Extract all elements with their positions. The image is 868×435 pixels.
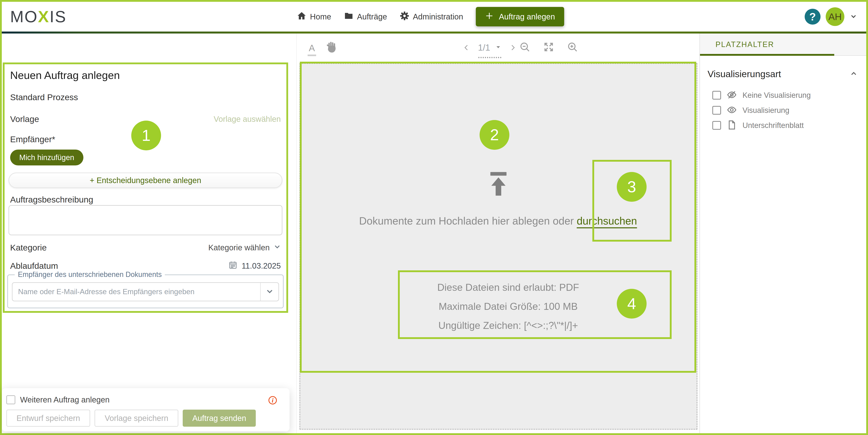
select-template-link[interactable]: Vorlage auswählen	[214, 115, 281, 124]
avatar-initials: AH	[829, 11, 842, 22]
document-icon	[726, 120, 737, 131]
app-root: MOXIS Home Aufträge Administration Auftr…	[0, 0, 868, 435]
category-value: Kategorie wählen	[208, 243, 270, 252]
page-select-caret[interactable]	[495, 44, 501, 51]
chevron-down-icon	[266, 288, 274, 296]
new-order-form: Neuen Auftrag anlegen Standard Prozess V…	[3, 63, 288, 313]
option-unterschriftenblatt[interactable]: Unterschriftenblatt	[700, 118, 866, 133]
folder-icon	[344, 11, 353, 23]
upload-icon	[486, 170, 512, 196]
description-textarea[interactable]	[8, 205, 282, 235]
option-keine-visualisierung[interactable]: Keine Visualisierung	[700, 88, 866, 103]
info-glyph: i	[272, 397, 274, 404]
logo-text: IS	[50, 7, 66, 26]
fullscreen-icon[interactable]	[543, 41, 554, 53]
add-decision-level-button[interactable]: + Entscheidungsebene anlegen	[8, 173, 282, 188]
help-button[interactable]: ?	[805, 9, 820, 25]
main-nav: Home Aufträge Administration Auftrag anl…	[297, 2, 564, 32]
callout-1: 1	[131, 121, 161, 150]
page-title: Neuen Auftrag anlegen	[10, 69, 281, 81]
rule-max-size: Maximale Datei Größe: 100 MB	[403, 297, 613, 316]
option-label: Keine Visualisierung	[743, 91, 811, 100]
avatar[interactable]: AH	[826, 7, 844, 26]
category-row: Kategorie Kategorie wählen	[10, 243, 281, 253]
category-select[interactable]: Kategorie wählen	[208, 243, 281, 252]
chevron-up-icon[interactable]	[849, 69, 858, 78]
prev-page-button[interactable]	[463, 44, 470, 51]
rule-allowed-files: Diese Dateien sind erlaubt: PDF	[403, 278, 613, 297]
zoom-in-icon[interactable]	[567, 41, 578, 53]
eye-icon	[726, 105, 737, 116]
nav-label: Aufträge	[357, 12, 387, 21]
account-menu-chevron[interactable]	[849, 12, 858, 21]
file-rules: Diese Dateien sind erlaubt: PDF Maximale…	[403, 278, 613, 335]
page-scrubber-dots	[478, 57, 502, 58]
gear-icon	[400, 11, 409, 23]
create-another-label: Weiteren Auftrag anlegen	[20, 395, 110, 404]
logo-x-accent: X	[38, 7, 50, 26]
nav-item-administration[interactable]: Administration	[400, 11, 463, 23]
description-label: Auftragsbeschreibung	[10, 195, 281, 204]
sidebar-tabbar: PLATZHALTER	[700, 34, 866, 56]
rule-invalid-chars: Ungültige Zeichen: [^<>:;?\"*|/]+	[403, 316, 613, 335]
create-another-row: Weiteren Auftrag anlegen	[6, 395, 110, 404]
visualisierung-checkbox[interactable]	[712, 106, 721, 115]
create-order-label: Auftrag anlegen	[499, 12, 555, 21]
zoom-toolbar	[519, 41, 578, 53]
nav-item-home[interactable]: Home	[297, 11, 331, 23]
option-visualisierung[interactable]: Visualisierung	[700, 103, 866, 118]
visualization-section-header: Visualisierungsart	[708, 68, 858, 79]
zoom-out-icon[interactable]	[519, 41, 530, 53]
save-template-button[interactable]: Vorlage speichern	[95, 410, 178, 427]
tab-platzhalter[interactable]: PLATZHALTER	[715, 40, 774, 49]
header-gradient-divider	[2, 32, 866, 34]
category-label: Kategorie	[10, 243, 46, 253]
send-order-button[interactable]: Auftrag senden	[183, 410, 255, 427]
create-order-button[interactable]: Auftrag anlegen	[476, 7, 564, 26]
visualization-title: Visualisierungsart	[708, 68, 781, 79]
callout-3: 3	[617, 172, 647, 202]
nav-label: Home	[310, 12, 331, 21]
page-navigation: 1/1	[463, 43, 516, 53]
callout-2: 2	[479, 120, 509, 150]
expiry-row: Ablaufdatum 11.03.2025	[10, 261, 281, 271]
column-divider	[296, 34, 297, 433]
nav-item-auftraege[interactable]: Aufträge	[344, 11, 387, 23]
chevron-down-icon	[849, 18, 858, 21]
info-icon[interactable]: i	[269, 396, 277, 404]
keine-visualisierung-checkbox[interactable]	[712, 91, 721, 100]
callout-4: 4	[617, 289, 647, 319]
visualization-options: Keine Visualisierung Visualisierung Unte…	[700, 88, 866, 133]
recipient-combobox	[12, 282, 279, 301]
text-tool-glyph: A	[309, 43, 315, 53]
recipient-dropdown-button[interactable]	[260, 283, 278, 301]
expiry-date-picker[interactable]: 11.03.2025	[228, 261, 281, 271]
placeholder-sidebar: PLATZHALTER Visualisierungsart Keine Vis…	[700, 34, 866, 433]
next-page-button[interactable]	[509, 44, 516, 51]
chevron-down-icon	[274, 243, 281, 252]
signed-doc-recipient-fieldset: Empfänger des unterschriebenen Dokuments	[7, 274, 284, 308]
top-nav: MOXIS Home Aufträge Administration Auftr…	[2, 2, 866, 32]
pan-hand-icon[interactable]	[326, 41, 337, 54]
add-me-button[interactable]: Mich hinzufügen	[10, 149, 84, 165]
active-tab-underline	[700, 54, 834, 56]
header-right: ? AH	[805, 2, 858, 32]
process-type-label: Standard Prozess	[10, 93, 281, 102]
recipient-input[interactable]	[12, 283, 260, 301]
expiry-label: Ablaufdatum	[10, 261, 58, 271]
expiry-date-value: 11.03.2025	[242, 261, 281, 270]
create-another-checkbox[interactable]	[6, 395, 15, 404]
form-actions-card: Weiteren Auftrag anlegen i Entwurf speic…	[2, 388, 289, 431]
drop-text: Dokumente zum Hochladen hier ablegen ode…	[359, 215, 577, 227]
eye-off-icon	[726, 90, 737, 101]
option-label: Visualisierung	[743, 106, 789, 115]
nav-label: Administration	[413, 12, 463, 21]
unterschriftenblatt-checkbox[interactable]	[712, 121, 721, 130]
plus-icon	[485, 11, 494, 22]
option-label: Unterschriftenblatt	[743, 121, 804, 130]
signed-doc-recipient-legend: Empfänger des unterschriebenen Dokuments	[15, 270, 165, 279]
calendar-icon	[228, 261, 237, 271]
text-annotation-tool[interactable]: A	[308, 43, 316, 56]
page-indicator: 1/1	[478, 43, 490, 53]
save-draft-button[interactable]: Entwurf speichern	[6, 410, 90, 427]
